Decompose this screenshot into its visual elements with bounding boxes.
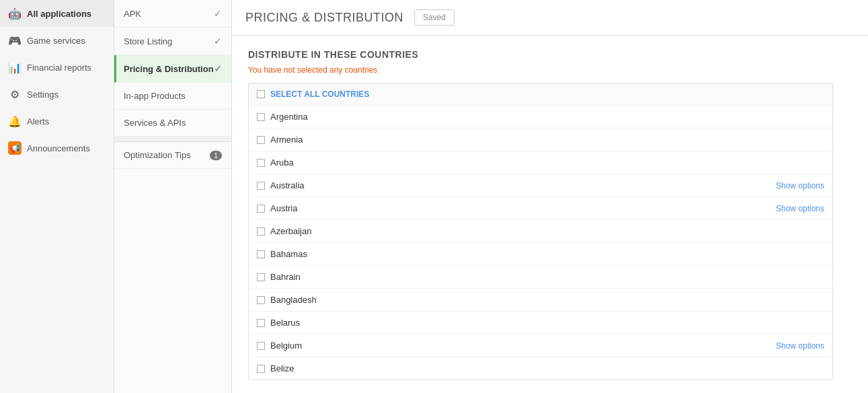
country-left: Bangladesh: [257, 295, 317, 305]
country-row: BelgiumShow options: [249, 334, 832, 357]
country-name: Bahrain: [270, 272, 301, 282]
country-checkbox[interactable]: [257, 227, 265, 236]
midnav-label-inapp-products: In-app Products: [124, 91, 186, 101]
mid-nav: APK✓Store Listing✓Pricing & Distribution…: [114, 0, 232, 393]
sidebar-label-all-applications: All applications: [27, 9, 91, 19]
select-all-label: SELECT ALL COUNTRIES: [270, 90, 369, 99]
country-name: Bangladesh: [270, 295, 317, 305]
sidebar-label-settings: Settings: [27, 90, 58, 100]
sidebar-label-announcements: Announcements: [27, 143, 90, 153]
settings-icon: ⚙: [8, 87, 22, 101]
country-checkbox[interactable]: [257, 113, 265, 121]
country-checkbox[interactable]: [257, 342, 265, 350]
country-row: Bahamas: [249, 243, 832, 266]
country-left: Bahamas: [257, 249, 307, 259]
country-name: Aruba: [270, 157, 294, 168]
country-name: Azerbaijan: [270, 226, 311, 236]
country-row: AustraliaShow options: [249, 174, 832, 197]
country-row: Belarus: [249, 312, 832, 334]
country-row: Armenia: [249, 129, 832, 151]
midnav-item-inapp-products[interactable]: In-app Products: [114, 83, 231, 110]
country-row: Azerbaijan: [249, 220, 832, 243]
country-left: Australia: [257, 180, 305, 190]
midnav-item-apk[interactable]: APK✓: [114, 0, 231, 28]
midnav-label-pricing-distribution: Pricing & Distribution: [124, 64, 214, 74]
country-name: Belarus: [270, 318, 300, 328]
midnav-label-services-apis: Services & APIs: [124, 118, 186, 128]
financial-reports-icon: 📊: [8, 61, 22, 74]
game-services-icon: 🎮: [8, 34, 22, 47]
country-checkbox[interactable]: [257, 136, 265, 144]
country-row: Bangladesh: [249, 289, 832, 312]
sidebar-item-all-applications[interactable]: 🤖All applications: [0, 0, 114, 27]
midnav-label-optimization: Optimization Tips: [124, 150, 191, 160]
countries-list: SELECT ALL COUNTRIESArgentinaArmeniaArub…: [248, 83, 833, 380]
country-name: Australia: [270, 180, 305, 190]
sidebar-item-announcements[interactable]: 📢Announcements: [0, 135, 114, 162]
section-title: DISTRIBUTE IN THESE COUNTRIES: [248, 49, 852, 60]
country-row: AustriaShow options: [249, 197, 832, 220]
midnav-check-apk: ✓: [214, 8, 222, 19]
midnav-check-pricing-distribution: ✓: [214, 63, 222, 74]
midnav-item-services-apis[interactable]: Services & APIs: [114, 110, 231, 137]
country-left: Argentina: [257, 112, 308, 122]
country-name: Argentina: [270, 112, 308, 122]
country-checkbox[interactable]: [257, 365, 265, 373]
country-name: Austria: [270, 203, 297, 213]
country-name: Bahamas: [270, 249, 307, 259]
show-options-link[interactable]: Show options: [776, 181, 824, 190]
country-checkbox[interactable]: [257, 250, 265, 258]
country-checkbox[interactable]: [257, 205, 265, 213]
country-name: Belgium: [270, 341, 302, 351]
alerts-icon: 🔔: [8, 114, 22, 128]
sidebar-item-financial-reports[interactable]: 📊Financial reports: [0, 54, 114, 81]
show-options-link[interactable]: Show options: [776, 204, 824, 213]
sidebar-item-game-services[interactable]: 🎮Game services: [0, 27, 114, 54]
country-checkbox[interactable]: [257, 319, 265, 327]
country-left: Armenia: [257, 135, 303, 145]
midnav-label-apk: APK: [124, 9, 141, 19]
midnav-divider: [114, 137, 231, 142]
country-row: Argentina: [249, 106, 832, 129]
main-header: PRICING & DISTRIBUTION Saved: [232, 0, 868, 36]
sidebar: 🤖All applications🎮Game services📊Financia…: [0, 0, 114, 393]
country-checkbox[interactable]: [257, 182, 265, 190]
announcements-icon: 📢: [8, 141, 22, 155]
country-row: Bahrain: [249, 266, 832, 289]
midnav-label-store-listing: Store Listing: [124, 36, 172, 46]
country-left: Belgium: [257, 341, 302, 351]
country-left: Bahrain: [257, 272, 301, 282]
country-row: Aruba: [249, 151, 832, 174]
country-name: Armenia: [270, 135, 303, 145]
sidebar-label-alerts: Alerts: [27, 116, 49, 127]
country-left: Belarus: [257, 318, 300, 328]
country-left: Aruba: [257, 157, 294, 168]
sidebar-label-financial-reports: Financial reports: [27, 63, 91, 73]
country-row: Belize: [249, 357, 832, 380]
country-left: Azerbaijan: [257, 226, 311, 236]
country-checkbox[interactable]: [257, 273, 265, 281]
midnav-item-pricing-distribution[interactable]: Pricing & Distribution✓: [114, 55, 231, 83]
midnav-check-store-listing: ✓: [214, 36, 222, 46]
sidebar-item-settings[interactable]: ⚙Settings: [0, 81, 114, 108]
country-checkbox[interactable]: [257, 159, 265, 167]
page-title: PRICING & DISTRIBUTION: [245, 11, 403, 25]
sidebar-label-game-services: Game services: [27, 36, 85, 46]
all-applications-icon: 🤖: [8, 7, 22, 20]
country-name: Belize: [270, 363, 294, 373]
select-all-checkbox[interactable]: [257, 90, 265, 98]
midnav-item-optimization[interactable]: Optimization Tips1: [114, 142, 231, 169]
warning-text: You have not selected any countries: [248, 65, 852, 75]
sidebar-item-alerts[interactable]: 🔔Alerts: [0, 108, 114, 135]
country-left: Belize: [257, 363, 294, 373]
saved-badge: Saved: [414, 9, 455, 26]
country-checkbox[interactable]: [257, 296, 265, 304]
select-all-left: SELECT ALL COUNTRIES: [257, 90, 369, 99]
midnav-badge-optimization: 1: [210, 151, 222, 160]
main-content: PRICING & DISTRIBUTION Saved DISTRIBUTE …: [232, 0, 868, 393]
content-area: DISTRIBUTE IN THESE COUNTRIES You have n…: [232, 36, 868, 393]
country-left: Austria: [257, 203, 297, 213]
select-all-row[interactable]: SELECT ALL COUNTRIES: [249, 83, 832, 106]
show-options-link[interactable]: Show options: [776, 341, 824, 351]
midnav-item-store-listing[interactable]: Store Listing✓: [114, 28, 231, 55]
